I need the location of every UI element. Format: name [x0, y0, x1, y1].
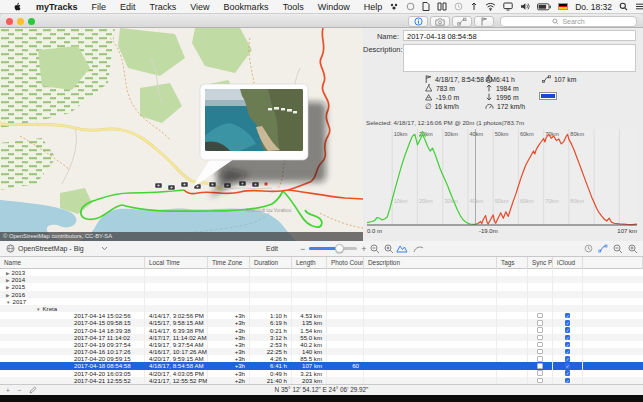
cell-name[interactable]: 2017-04-17 11:14:02: [0, 334, 145, 341]
cell-name[interactable]: ▼2017: [0, 298, 145, 305]
cell-name[interactable]: ▼Kreta: [0, 305, 145, 312]
cell-name[interactable]: 2017-04-16 10:17:26: [0, 348, 145, 355]
cell-name[interactable]: 2017-04-18 08:54:58: [0, 362, 145, 369]
icloud-checkbox[interactable]: ✓: [565, 378, 571, 384]
volume-icon[interactable]: [520, 2, 530, 11]
icloud-checkbox[interactable]: ✓: [565, 320, 571, 326]
battery-icon[interactable]: [537, 3, 551, 11]
app-icon[interactable]: [389, 2, 399, 11]
table-row-track[interactable]: 2017-04-21 12:55:524/21/17, 12:55:52 PM+…: [0, 377, 643, 384]
track-table[interactable]: ▶2013▶2014▶2015▶2016▼2017▼Kreta2017-04-1…: [0, 269, 643, 384]
cell-name[interactable]: ▶2016: [0, 291, 145, 298]
sync-checkbox[interactable]: [537, 349, 543, 355]
speed-chart-icon[interactable]: [413, 244, 424, 253]
flag-button[interactable]: [474, 16, 494, 27]
search-input[interactable]: Search: [500, 16, 637, 27]
table-row-group[interactable]: ▼2017: [0, 298, 643, 305]
icloud-checkbox[interactable]: ✓: [565, 342, 571, 348]
spotlight-icon[interactable]: [619, 2, 628, 11]
icloud-checkbox[interactable]: ✓: [565, 370, 571, 376]
airdrop-icon[interactable]: [470, 2, 478, 11]
close-window-button[interactable]: [6, 18, 13, 25]
icloud-checkbox[interactable]: ✓: [565, 335, 571, 341]
icloud-checkbox[interactable]: ✓: [565, 327, 571, 333]
apple-menu[interactable]: [6, 1, 29, 13]
clock-icon[interactable]: [454, 2, 463, 11]
sync-checkbox[interactable]: [537, 327, 543, 333]
sync-checkbox[interactable]: [537, 363, 543, 369]
keyboard-flag-de-icon[interactable]: [558, 3, 568, 10]
sync-checkbox[interactable]: [537, 370, 543, 376]
cell-name[interactable]: 2017-04-20 16:03:05: [0, 370, 145, 377]
menu-app-name[interactable]: myTracks: [29, 2, 85, 12]
table-row-track[interactable]: 2017-04-16 10:17:264/16/17, 10:17:26 AM+…: [0, 348, 643, 355]
display-icon[interactable]: [503, 2, 513, 11]
zoom-window-button[interactable]: [28, 18, 35, 25]
cell-name[interactable]: 2017-04-19 09:37:54: [0, 341, 145, 348]
sync-checkbox[interactable]: [537, 320, 543, 326]
waypoints-button[interactable]: [452, 16, 472, 27]
timemachine-icon[interactable]: [406, 2, 415, 11]
sync-checkbox[interactable]: [537, 356, 543, 362]
cell-name[interactable]: ▶2013: [0, 269, 145, 276]
icloud-checkbox[interactable]: ✓: [565, 313, 571, 319]
profile-series-outbound[interactable]: [367, 134, 476, 224]
table-row-group[interactable]: ▶2015: [0, 283, 643, 290]
table-row-track[interactable]: 2017-04-17 11:14:024/17/17, 11:14:02 AM+…: [0, 334, 643, 341]
zoom-slider-plus[interactable]: +: [361, 244, 366, 254]
table-row-track[interactable]: 2017-04-15 09:58:154/15/17, 9:58:15 AM+3…: [0, 319, 643, 326]
book-icon[interactable]: [437, 2, 447, 11]
map-zoom-slider[interactable]: [309, 247, 357, 250]
icloud-checkbox[interactable]: ✓: [565, 349, 571, 355]
zoom-slider-minus[interactable]: −: [300, 244, 305, 254]
table-row-group[interactable]: ▶2016: [0, 291, 643, 298]
menu-tracks[interactable]: Tracks: [143, 2, 184, 12]
elevation-chart-icon[interactable]: [396, 244, 408, 253]
table-row-track[interactable]: 2017-04-20 09:59:154/20/17, 9:59:15 AM+3…: [0, 355, 643, 362]
table-row-track[interactable]: 2017-04-19 09:37:544/19/17, 9:37:54 AM+3…: [0, 341, 643, 348]
info-button[interactable]: [408, 16, 428, 27]
menu-file[interactable]: File: [85, 2, 114, 12]
distance-axis-icon[interactable]: [598, 244, 608, 253]
table-row-track[interactable]: 2017-04-14 18:39:384/14/17, 6:39:38 PM+3…: [0, 327, 643, 334]
cell-name[interactable]: 2017-04-15 09:58:15: [0, 319, 145, 326]
menu-edit[interactable]: Edit: [113, 2, 143, 12]
map-zoom-out-icon[interactable]: [370, 244, 380, 254]
slider-knob[interactable]: [335, 244, 344, 253]
cell-name[interactable]: 2017-04-20 09:59:15: [0, 355, 145, 362]
description-field[interactable]: [403, 44, 636, 72]
cell-name[interactable]: ▶2014: [0, 276, 145, 283]
time-axis-icon[interactable]: [584, 244, 593, 253]
minimize-window-button[interactable]: [17, 18, 24, 25]
cell-name[interactable]: ▶2015: [0, 283, 145, 290]
chart-zoom-in-icon[interactable]: [628, 244, 638, 254]
elevation-profile[interactable]: 10km10km20km20km30km30km40km40km50km50km…: [367, 129, 637, 226]
icloud-checkbox[interactable]: ✓: [565, 356, 571, 362]
menu-bookmarks[interactable]: Bookmarks: [217, 2, 276, 12]
table-row-group[interactable]: ▶2014: [0, 276, 643, 283]
cell-name[interactable]: 2017-04-14 18:39:38: [0, 327, 145, 334]
map-canvas[interactable]: Ammoudi tou Vorakiou: [0, 28, 363, 241]
table-row-track[interactable]: 2017-04-14 15:02:564/14/17, 3:02:56 PM+3…: [0, 312, 643, 319]
table-row-group[interactable]: ▶2013: [0, 269, 643, 276]
sync-checkbox[interactable]: [537, 342, 543, 348]
map-pane[interactable]: Ammoudi tou Vorakiou: [0, 28, 363, 241]
sync-checkbox[interactable]: [537, 335, 543, 341]
notification-center-icon[interactable]: [635, 2, 643, 11]
sync-checkbox[interactable]: [537, 313, 543, 319]
track-color-well[interactable]: [539, 92, 557, 100]
cell-name[interactable]: 2017-04-21 12:55:52: [0, 377, 145, 384]
wifi-icon[interactable]: [485, 2, 496, 11]
map-edit-button[interactable]: Edit: [266, 241, 278, 256]
table-row-track[interactable]: 2017-04-18 08:54:584/18/17, 8:54:58 AM+3…: [0, 362, 643, 369]
table-row-group[interactable]: ▼Kreta: [0, 305, 643, 312]
map-provider-dropdown[interactable]: OpenStreetMap - Big: [6, 241, 108, 256]
menu-window[interactable]: Window: [311, 2, 357, 12]
name-field[interactable]: 2017-04-18 08:54:58: [403, 30, 636, 41]
profile-series-return[interactable]: [476, 134, 638, 224]
table-header[interactable]: Name Local Time Time Zone Duration Lengt…: [0, 257, 643, 269]
menu-tools[interactable]: Tools: [276, 2, 311, 12]
menu-view[interactable]: View: [183, 2, 216, 12]
table-row-track[interactable]: 2017-04-20 16:03:054/20/17, 4:03:05 PM+3…: [0, 370, 643, 377]
map-zoom-in-icon[interactable]: [384, 244, 394, 254]
